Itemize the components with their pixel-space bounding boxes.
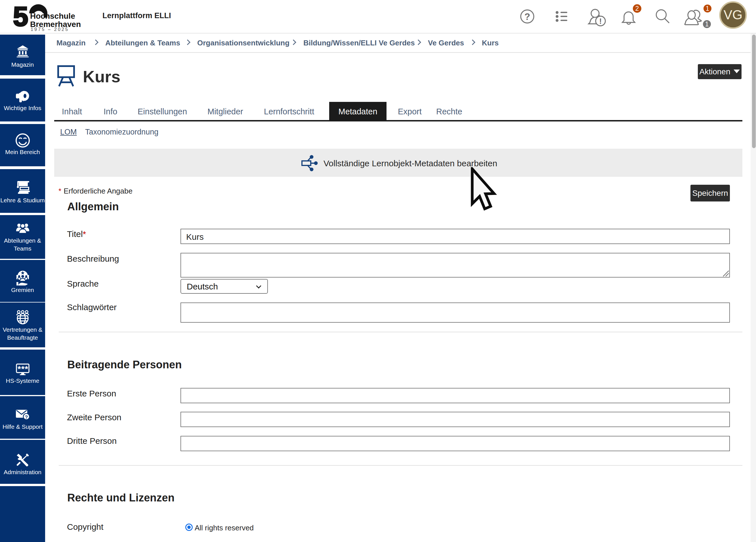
svg-text:VG: VG: [724, 7, 742, 22]
svg-text:?: ?: [25, 415, 28, 420]
svg-text:Hochschule: Hochschule: [30, 12, 75, 20]
svg-text:?: ?: [524, 11, 530, 22]
svg-text:!: !: [599, 17, 602, 26]
svg-text:1: 1: [705, 20, 709, 28]
svg-text:5: 5: [13, 2, 28, 31]
svg-text:2: 2: [635, 5, 639, 12]
svg-text:1975 – 2025: 1975 – 2025: [31, 27, 69, 32]
svg-text:***: ***: [18, 364, 28, 373]
svg-text:1: 1: [706, 5, 709, 12]
